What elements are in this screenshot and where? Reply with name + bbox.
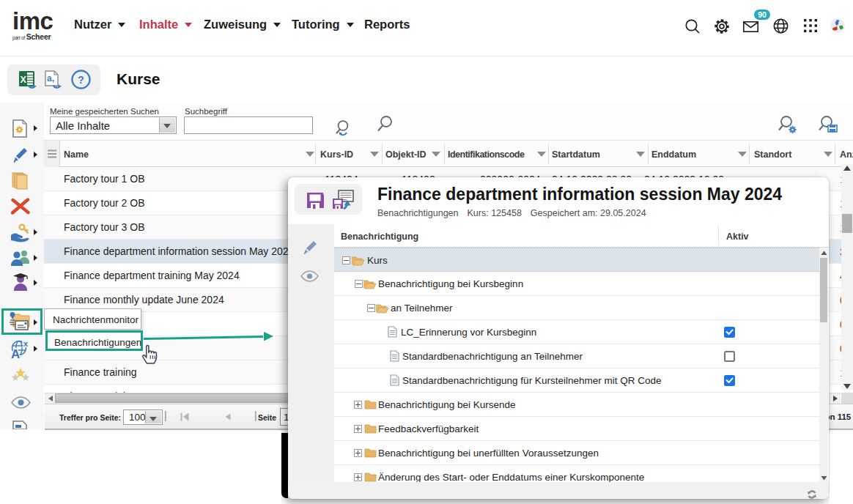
svg-text:?: ?: [78, 74, 84, 86]
svg-text:x: x: [23, 339, 29, 348]
svg-text:X: X: [21, 75, 27, 85]
svg-text:a,: a,: [47, 73, 54, 84]
svg-text:A: A: [11, 347, 20, 360]
